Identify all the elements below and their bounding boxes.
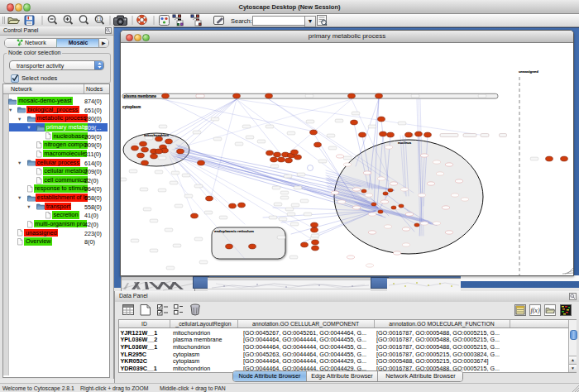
svg-text:nucleus: nucleus <box>398 141 412 145</box>
svg-text:1:1: 1:1 <box>96 17 102 22</box>
svg-text:plasma membrane: plasma membrane <box>124 94 157 98</box>
svg-text:cytoplasm: cytoplasm <box>122 105 141 109</box>
svg-text:f(x): f(x) <box>530 307 539 314</box>
svg-text:unassigned: unassigned <box>519 69 538 74</box>
